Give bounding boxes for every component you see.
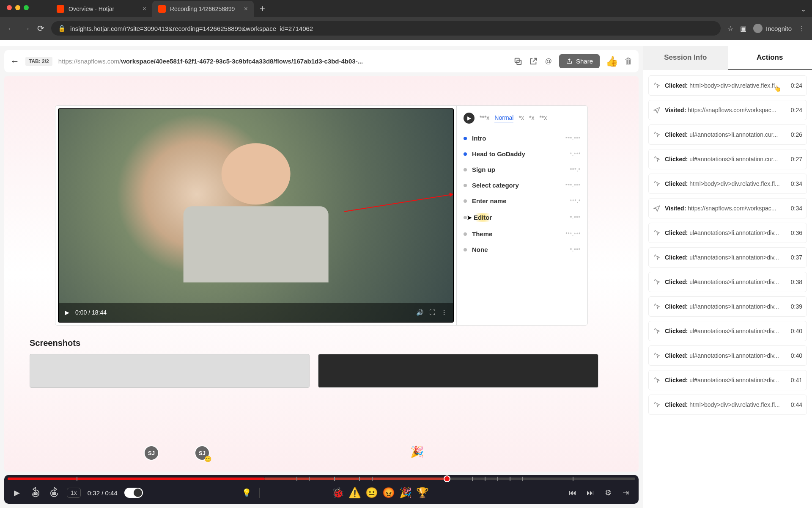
sidebar-tabs: ▶ ***x Normal *x *x **x — [464, 113, 581, 124]
flow-step[interactable]: Intro***.*** — [464, 130, 581, 146]
timeline-avatar[interactable]: SJ — [144, 445, 159, 461]
action-item[interactable]: Clicked: ul#annotations>li.annotation>di… — [648, 247, 807, 268]
action-item[interactable]: Clicked: ul#annotations>li.annotation>di… — [648, 272, 807, 292]
volume-icon[interactable]: 🔊 — [416, 309, 423, 316]
action-item[interactable]: Clicked: ul#annotations>li.annotation.cu… — [648, 149, 807, 169]
reaction-button[interactable]: 🏆 — [416, 487, 429, 499]
flow-step[interactable]: Editor➤*.*** — [464, 209, 581, 226]
action-item[interactable]: Clicked: ul#annotations>li.annotation>di… — [648, 223, 807, 243]
rewind-10-button[interactable]: 10 — [30, 487, 41, 499]
action-item[interactable]: Clicked: ul#annotations>li.annotation.cu… — [648, 124, 807, 145]
sidebar-tab[interactable]: *x — [518, 114, 524, 122]
reaction-button[interactable]: 😡 — [382, 487, 395, 499]
flow-step[interactable]: Theme***.*** — [464, 226, 581, 242]
sidebar-tab[interactable]: ***x — [480, 114, 489, 122]
forward-10-button[interactable]: 10 — [48, 487, 60, 499]
fullscreen-icon[interactable]: ⛶ — [429, 309, 435, 316]
sidebar-tab[interactable]: *x — [529, 114, 534, 122]
thumbs-up-button[interactable]: 👍 — [606, 55, 618, 67]
timeline-reaction-icon[interactable]: 🎉 — [410, 445, 424, 458]
timeline-avatar[interactable]: SJ😐 — [195, 445, 210, 461]
forward-button[interactable]: → — [22, 24, 30, 33]
step-waveform: ***.*** — [565, 136, 581, 141]
back-arrow-button[interactable]: ← — [10, 56, 19, 67]
step-waveform: *.*** — [570, 247, 581, 252]
step-waveform: ***.* — [570, 167, 581, 172]
lightbulb-icon[interactable]: 💡 — [241, 487, 252, 499]
window-minimize[interactable] — [15, 5, 20, 10]
action-time: 0:24 — [791, 82, 802, 89]
action-item[interactable]: Clicked: ul#annotations>li.annotation>di… — [648, 296, 807, 317]
action-item[interactable]: Visited: https://snapflows.com/workspac.… — [648, 198, 807, 218]
url-input[interactable]: 🔒 insights.hotjar.com/r?site=3090413&rec… — [51, 21, 721, 36]
screenshot-thumb[interactable] — [318, 354, 598, 388]
recorded-page: ▶ 0:00 / 18:44 🔊 ⛶ ⋮ ▶ ***x Normal *x — [55, 105, 588, 326]
action-item[interactable]: Clicked: html>body>div>div.relative.flex… — [648, 174, 807, 194]
flow-step[interactable]: Head to GoDaddy*.*** — [464, 146, 581, 162]
browser-tab[interactable]: Recording 14266258899 × — [152, 1, 254, 17]
incognito-badge[interactable]: Incognito — [753, 24, 792, 33]
action-text: Clicked: ul#annotations>li.annotation.cu… — [665, 156, 787, 163]
window-zoom[interactable] — [24, 5, 29, 10]
play-button[interactable]: ▶ — [11, 487, 23, 499]
chevron-down-icon[interactable]: ⌄ — [795, 5, 812, 13]
more-icon[interactable]: ⋮ — [441, 309, 447, 316]
action-item[interactable]: Visited: https://snapflows.com/workspac.… — [648, 100, 807, 120]
flow-step[interactable]: Select category***.*** — [464, 177, 581, 193]
delete-button[interactable]: 🗑 — [624, 56, 633, 66]
flow-step[interactable]: Sign up***.* — [464, 162, 581, 177]
share-button[interactable]: Share — [559, 54, 600, 68]
tab-session-info[interactable]: Session Info — [643, 46, 728, 70]
reload-button[interactable]: ⟳ — [37, 23, 44, 33]
reaction-button[interactable]: 🐞 — [332, 487, 344, 499]
lock-icon: 🔒 — [58, 25, 66, 32]
timeline-handle[interactable] — [444, 475, 450, 482]
copy-icon[interactable] — [513, 57, 523, 66]
at-icon[interactable]: @ — [544, 57, 553, 66]
video-player[interactable]: ▶ 0:00 / 18:44 🔊 ⛶ ⋮ — [58, 108, 454, 323]
action-item[interactable]: Clicked: html>body>div>div.relative.flex… — [648, 75, 807, 96]
actions-list[interactable]: Clicked: html>body>div>div.relative.flex… — [643, 70, 812, 508]
sidebar-tab[interactable]: **x — [539, 114, 547, 122]
speed-selector[interactable]: 1x — [67, 488, 81, 498]
browser-tab[interactable]: Overview - Hotjar × — [51, 1, 152, 17]
skip-toggle[interactable] — [124, 488, 143, 498]
step-dot-icon — [464, 168, 467, 171]
flow-step[interactable]: None*.*** — [464, 242, 581, 257]
timeline[interactable] — [4, 475, 639, 482]
recording-topbar: ← TAB: 2/2 https://snapflows.com/workspa… — [4, 50, 639, 72]
reaction-button[interactable]: 😐 — [365, 487, 378, 499]
action-item[interactable]: Clicked: html>body>div>div.relative.flex… — [648, 395, 807, 415]
close-icon[interactable]: × — [143, 5, 146, 13]
action-text: Clicked: html>body>div>div.relative.flex… — [665, 82, 787, 89]
close-icon[interactable]: × — [244, 5, 248, 13]
click-icon — [653, 254, 661, 261]
sidebar-tab[interactable]: Normal — [494, 114, 513, 122]
menu-icon[interactable]: ⋮ — [798, 25, 805, 33]
screenshot-thumb[interactable] — [30, 354, 310, 388]
settings-icon[interactable]: ⚙ — [602, 487, 614, 499]
new-tab-button[interactable]: + — [254, 3, 271, 14]
flow-sidebar: ▶ ***x Normal *x *x **x Intro***.***Head… — [456, 106, 587, 325]
video-play-button[interactable]: ▶ — [65, 309, 69, 316]
action-item[interactable]: Clicked: ul#annotations>li.annotation>di… — [648, 321, 807, 341]
action-item[interactable]: Clicked: ul#annotations>li.annotation>di… — [648, 345, 807, 366]
prev-recording-button[interactable]: ⏮ — [567, 487, 579, 499]
reaction-button[interactable]: ⚠️ — [348, 487, 361, 499]
window-close[interactable] — [7, 5, 12, 10]
next-recording-button[interactable]: ⏭ — [584, 487, 596, 499]
open-external-icon[interactable] — [529, 57, 538, 66]
action-time: 0:41 — [791, 377, 802, 384]
back-button[interactable]: ← — [7, 24, 15, 33]
action-time: 0:36 — [791, 229, 802, 236]
flow-step[interactable]: Enter name***.* — [464, 193, 581, 209]
browser-tabs: Overview - Hotjar × Recording 1426625889… — [0, 1, 812, 17]
star-icon[interactable]: ☆ — [727, 25, 733, 33]
action-item[interactable]: Clicked: ul#annotations>li.annotation>di… — [648, 370, 807, 390]
collapse-panel-icon[interactable]: ⇥ — [620, 487, 632, 499]
extension-icon[interactable]: ▣ — [740, 25, 746, 33]
mini-play-button[interactable]: ▶ — [464, 113, 475, 124]
favicon-icon — [57, 5, 64, 13]
reaction-button[interactable]: 🎉 — [399, 487, 412, 499]
tab-actions[interactable]: Actions — [728, 46, 812, 70]
